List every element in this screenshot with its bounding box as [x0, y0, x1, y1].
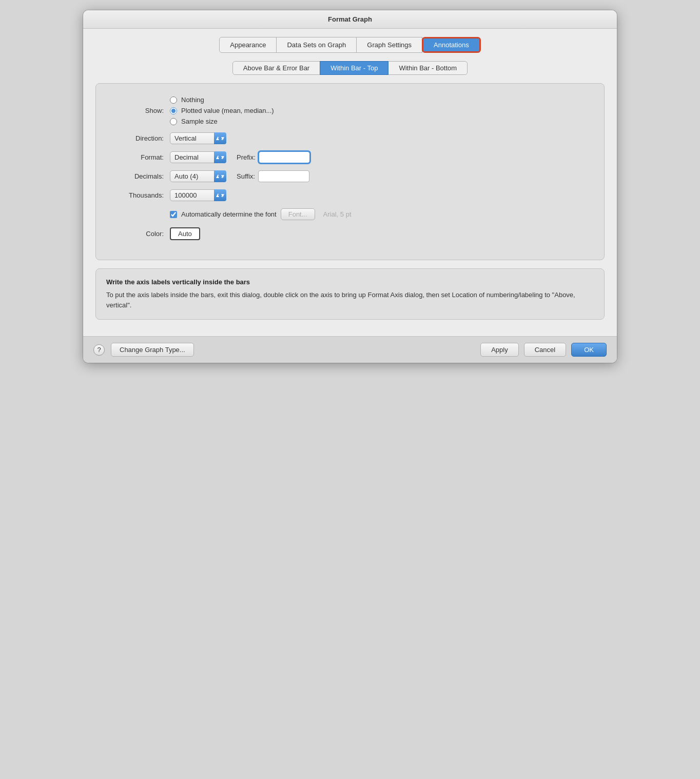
tab-appearance[interactable]: Appearance: [219, 37, 277, 53]
tab-annotations[interactable]: Annotations: [422, 37, 481, 53]
tab-data-sets[interactable]: Data Sets on Graph: [276, 37, 357, 53]
ok-button[interactable]: OK: [571, 343, 607, 357]
window-title: Format Graph: [328, 15, 372, 23]
info-text: To put the axis labels inside the bars, …: [106, 290, 594, 310]
radio-sample-size[interactable]: [170, 118, 177, 125]
top-tab-bar: Appearance Data Sets on Graph Graph Sett…: [95, 37, 605, 53]
decimals-select[interactable]: Auto (4) 0 1 2 3 4 5: [170, 170, 226, 182]
radio-plotted-label: Plotted value (mean, median...): [181, 107, 274, 114]
direction-select-wrapper: Vertical Horizontal ▲▼: [170, 132, 226, 144]
font-info: Arial, 5 pt: [323, 210, 352, 218]
auto-font-label: Automatically determine the font: [181, 210, 277, 218]
apply-button[interactable]: Apply: [480, 343, 519, 357]
suffix-label: Suffix:: [237, 172, 255, 180]
sub-tab-within-bar-top[interactable]: Within Bar - Top: [320, 61, 388, 75]
suffix-input[interactable]: [258, 170, 309, 182]
sub-tab-above-bar[interactable]: Above Bar & Error Bar: [232, 61, 320, 75]
decimals-suffix-row: Decimals: Auto (4) 0 1 2 3 4 5 ▲▼ Suffix…: [112, 170, 588, 182]
cancel-button[interactable]: Cancel: [524, 343, 566, 357]
radio-sample-row: Sample size: [170, 118, 274, 125]
radio-plotted-row: Plotted value (mean, median...): [170, 107, 274, 114]
info-box: Write the axis labels vertically inside …: [95, 268, 605, 320]
prefix-input[interactable]: [259, 151, 310, 163]
tab-graph-settings[interactable]: Graph Settings: [356, 37, 422, 53]
thousands-select-wrapper: 100000 1,000 1.000 1 000 ▲▼: [170, 189, 226, 201]
change-graph-button[interactable]: Change Graph Type...: [111, 343, 194, 357]
color-label: Color:: [112, 230, 164, 238]
direction-label: Direction:: [112, 134, 164, 142]
info-title: Write the axis labels vertically inside …: [106, 278, 594, 286]
format-select[interactable]: Decimal Scientific Integer Percentage: [170, 151, 226, 163]
help-button[interactable]: ?: [93, 344, 105, 356]
format-graph-window: Format Graph Appearance Data Sets on Gra…: [83, 10, 617, 363]
thousands-row: Thousands: 100000 1,000 1.000 1 000 ▲▼: [112, 189, 588, 201]
radio-nothing[interactable]: [170, 96, 177, 104]
radio-sample-label: Sample size: [181, 118, 218, 125]
show-row: Show: Nothing Plotted value (mean, media…: [112, 96, 588, 125]
bottom-bar: ? Change Graph Type... Apply Cancel OK: [83, 336, 617, 363]
font-button[interactable]: Font...: [281, 208, 315, 220]
sub-tab-within-bar-bottom[interactable]: Within Bar - Bottom: [388, 61, 468, 75]
bottom-left: ? Change Graph Type...: [93, 343, 194, 357]
thousands-select[interactable]: 100000 1,000 1.000 1 000: [170, 189, 226, 201]
radio-nothing-row: Nothing: [170, 96, 274, 104]
decimals-select-wrapper: Auto (4) 0 1 2 3 4 5 ▲▼: [170, 170, 226, 182]
sub-tab-bar: Above Bar & Error Bar Within Bar - Top W…: [95, 61, 605, 75]
title-bar: Format Graph: [83, 10, 617, 29]
format-prefix-row: Format: Decimal Scientific Integer Perce…: [112, 151, 588, 163]
main-content: Appearance Data Sets on Graph Graph Sett…: [83, 29, 617, 336]
show-radio-group: Nothing Plotted value (mean, median...) …: [170, 96, 274, 125]
radio-nothing-label: Nothing: [181, 96, 204, 104]
prefix-label: Prefix:: [237, 153, 256, 161]
thousands-label: Thousands:: [112, 191, 164, 199]
decimals-label: Decimals:: [112, 172, 164, 180]
format-label: Format:: [112, 153, 164, 161]
bottom-right: Apply Cancel OK: [480, 343, 607, 357]
auto-font-checkbox[interactable]: [170, 211, 177, 218]
direction-select[interactable]: Vertical Horizontal: [170, 132, 226, 144]
color-button[interactable]: Auto: [170, 227, 200, 240]
settings-panel: Show: Nothing Plotted value (mean, media…: [95, 83, 605, 260]
color-row: Color: Auto: [112, 227, 588, 240]
direction-row: Direction: Vertical Horizontal ▲▼: [112, 132, 588, 144]
show-label: Show:: [112, 107, 164, 114]
auto-font-row: Automatically determine the font Font...…: [170, 208, 588, 220]
format-select-wrapper: Decimal Scientific Integer Percentage ▲▼: [170, 151, 226, 163]
radio-plotted-value[interactable]: [170, 107, 177, 114]
